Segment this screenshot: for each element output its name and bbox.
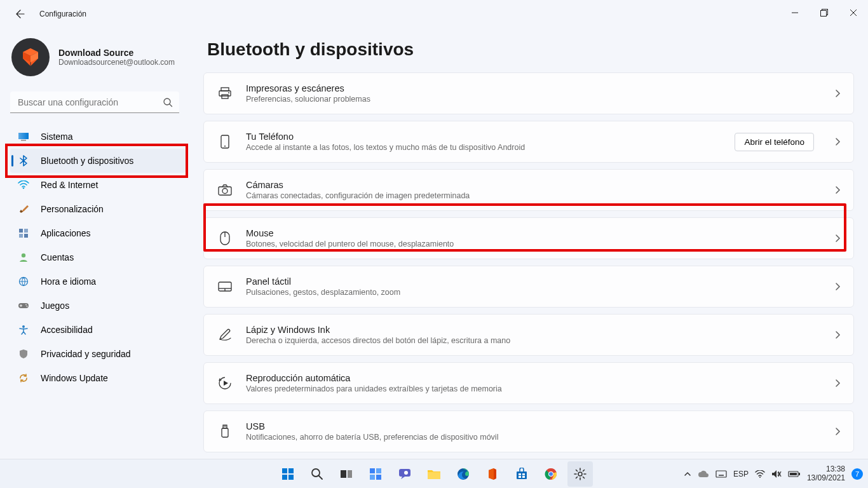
chevron-right-icon [834, 89, 841, 98]
sidebar-item-sistema[interactable]: Sistema [10, 125, 186, 149]
tray-date: 13/09/2021 [807, 474, 845, 483]
svg-rect-36 [288, 468, 294, 473]
svg-rect-53 [519, 476, 521, 478]
sidebar-item-hora[interactable]: Hora e idioma [10, 269, 186, 294]
card-mouse[interactable]: Mouse Botones, velocidad del puntero del… [203, 217, 854, 259]
tray-onedrive-icon[interactable] [698, 470, 709, 478]
taskbar-office-button[interactable] [480, 461, 505, 487]
svg-point-16 [22, 325, 25, 328]
card-lapiz[interactable]: Lápiz y Windows Ink Derecha o izquierda,… [203, 314, 854, 356]
sidebar-item-accesibilidad[interactable]: Accesibilidad [10, 318, 186, 342]
profile[interactable]: Download Source Downloadsourcenet@outloo… [10, 34, 191, 83]
open-phone-button[interactable]: Abrir el teléfono [735, 133, 814, 151]
chevron-right-icon [834, 330, 841, 339]
tray-volume-icon[interactable] [771, 470, 782, 478]
autoplay-icon [218, 376, 232, 390]
back-button[interactable] [10, 4, 31, 24]
svg-rect-18 [219, 91, 231, 96]
svg-rect-38 [288, 475, 294, 480]
taskbar-store-button[interactable] [509, 461, 534, 487]
svg-rect-48 [428, 472, 440, 479]
accessibility-icon [18, 324, 29, 336]
sidebar-item-cuentas[interactable]: Cuentas [10, 245, 186, 269]
sidebar-item-juegos[interactable]: Juegos [10, 294, 186, 318]
phone-icon [218, 135, 232, 149]
svg-point-57 [549, 472, 553, 476]
card-panel-tactil[interactable]: Panel táctil Pulsaciones, gestos, despla… [203, 266, 854, 308]
sidebar-item-privacidad[interactable]: Privacidad y seguridad [10, 342, 186, 366]
taskbar-explorer-button[interactable] [421, 461, 447, 487]
taskbar-start-button[interactable] [275, 461, 301, 487]
svg-point-58 [578, 472, 582, 476]
card-title: Cámaras [246, 180, 470, 190]
svg-rect-43 [376, 468, 381, 473]
svg-point-14 [25, 304, 27, 306]
card-subtitle: Botones, velocidad del puntero del mouse… [246, 240, 454, 248]
card-impresoras[interactable]: Impresoras y escáneres Preferencias, sol… [203, 72, 854, 114]
grid-icon [18, 227, 29, 239]
minimize-icon [791, 9, 799, 17]
search-input[interactable] [10, 92, 179, 113]
bluetooth-icon [18, 155, 29, 166]
sidebar-item-label: Privacidad y seguridad [41, 349, 131, 359]
tray-wifi-icon[interactable] [755, 470, 765, 478]
profile-email: Downloadsourcenet@outlook.com [58, 58, 175, 67]
tray-keyboard-icon[interactable] [715, 470, 727, 478]
taskbar-chrome-button[interactable] [538, 461, 564, 487]
svg-rect-35 [282, 468, 287, 473]
card-title: Impresoras y escáneres [246, 83, 370, 93]
chevron-right-icon [834, 186, 841, 194]
chevron-right-icon [834, 282, 841, 291]
minimize-button[interactable] [780, 0, 810, 25]
sidebar-item-aplicaciones[interactable]: Aplicaciones [10, 221, 186, 245]
svg-point-6 [23, 187, 25, 189]
card-subtitle: Pulsaciones, gestos, desplazamiento, zoo… [246, 288, 400, 297]
windows-icon [281, 468, 294, 480]
wifi-icon [18, 179, 29, 191]
taskbar-chat-button[interactable] [392, 461, 417, 487]
card-telefono[interactable]: Tu Teléfono Accede al instante a las fot… [203, 121, 854, 163]
sidebar-item-red[interactable]: Red & Internet [10, 173, 186, 197]
svg-rect-41 [348, 470, 352, 478]
sidebar-item-personalizacion[interactable]: Personalización [10, 197, 186, 221]
taskbar: ESP 13:38 13/09/2021 7 [0, 459, 868, 488]
svg-rect-40 [341, 470, 346, 478]
svg-rect-7 [19, 229, 23, 233]
avatar [11, 38, 50, 76]
sidebar-item-label: Juegos [41, 301, 69, 311]
sidebar-item-update[interactable]: Windows Update [10, 366, 186, 390]
close-button[interactable] [839, 0, 868, 25]
tray-clock[interactable]: 13:38 13/09/2021 [807, 465, 845, 483]
taskbar-settings-button[interactable] [567, 461, 593, 487]
card-subtitle: Notificaciones, ahorro de batería USB, p… [246, 433, 498, 442]
card-camaras[interactable]: Cámaras Cámaras conectadas, configuració… [203, 169, 854, 211]
taskbar-search-button[interactable] [304, 461, 330, 487]
sidebar-item-label: Hora e idioma [41, 276, 96, 287]
window-title: Configuración [39, 10, 86, 18]
svg-rect-8 [24, 229, 28, 233]
svg-rect-52 [522, 473, 525, 475]
svg-rect-9 [19, 234, 23, 238]
card-usb[interactable]: USB Notificaciones, ahorro de batería US… [203, 410, 854, 452]
svg-rect-17 [221, 88, 229, 91]
svg-point-20 [228, 92, 229, 93]
svg-rect-70 [790, 473, 797, 475]
svg-rect-32 [222, 428, 228, 437]
sidebar-item-bluetooth[interactable]: Bluetooth y dispositivos [10, 149, 186, 173]
close-icon [850, 9, 857, 17]
taskbar-edge-button[interactable] [451, 461, 476, 487]
system-tray: ESP 13:38 13/09/2021 7 [684, 465, 863, 483]
card-subtitle: Cámaras conectadas, configuración de ima… [246, 191, 470, 200]
tray-chevron-up-icon[interactable] [684, 471, 691, 477]
tray-language[interactable]: ESP [733, 470, 749, 478]
taskbar-widgets-button[interactable] [363, 461, 388, 487]
tray-notification-badge[interactable]: 7 [851, 468, 863, 480]
svg-rect-4 [18, 133, 29, 139]
shield-icon [18, 348, 29, 360]
taskbar-taskview-button[interactable] [334, 461, 359, 487]
profile-name: Download Source [58, 48, 175, 58]
card-subtitle: Preferencias, solucionar problemas [246, 95, 370, 104]
card-autoplay[interactable]: Reproducción automática Valores predeter… [203, 362, 854, 404]
tray-battery-icon[interactable] [788, 470, 801, 478]
maximize-button[interactable] [810, 0, 839, 25]
